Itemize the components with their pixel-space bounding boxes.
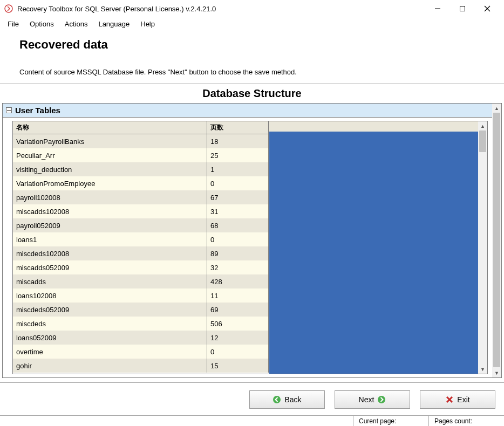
menu-bar: File Options Actions Language Help — [0, 17, 504, 30]
cell-pages: 428 — [207, 274, 269, 288]
svg-rect-2 — [460, 6, 465, 11]
cell-name: loans052009 — [13, 331, 207, 345]
cell-pages: 18 — [207, 134, 269, 148]
maximize-icon — [459, 5, 466, 12]
cell-pages: 0 — [207, 345, 269, 359]
cell-name: overtime — [13, 345, 207, 359]
col-header-pages[interactable]: 页数 — [207, 121, 269, 134]
cell-name: miscdeds — [13, 317, 207, 331]
collapse-icon[interactable] — [6, 107, 12, 113]
table-wrap: 名称 页数 VariationPayrollBanks18Peculiar_Ar… — [12, 121, 488, 374]
back-label: Back — [284, 395, 301, 404]
cell-pages: 67 — [207, 190, 269, 204]
cell-name: gohir — [13, 359, 207, 373]
panel-body: User Tables 名称 页数 VariationPayrollBanks1… — [3, 104, 492, 377]
x-icon — [445, 395, 454, 404]
cell-pages: 11 — [207, 288, 269, 303]
section-header-user-tables[interactable]: User Tables — [3, 104, 492, 118]
menu-file[interactable]: File — [2, 19, 24, 29]
cell-pages: 506 — [207, 317, 269, 331]
arrow-left-icon — [273, 395, 281, 404]
svg-point-0 — [5, 5, 12, 12]
cell-name: payroll102008 — [13, 190, 207, 204]
cell-name: loans102008 — [13, 288, 207, 303]
page-description: Content of source MSSQL Database file. P… — [19, 68, 485, 76]
scroll-down-icon[interactable]: ▼ — [478, 365, 487, 374]
cell-name: miscadds102008 — [13, 204, 207, 218]
next-label: Next — [359, 395, 374, 404]
cell-pages: 12 — [207, 331, 269, 345]
cell-name: miscadds — [13, 274, 207, 288]
next-button[interactable]: Next — [335, 390, 410, 409]
cell-name: miscadds052009 — [13, 260, 207, 274]
cell-name: VariationPromoEmployee — [13, 176, 207, 190]
close-icon — [484, 5, 491, 12]
close-button[interactable] — [475, 0, 500, 17]
cell-pages: 32 — [207, 260, 269, 274]
svg-point-7 — [378, 396, 385, 403]
status-current-page: Curent page: — [353, 416, 428, 426]
exit-button[interactable]: Exit — [420, 390, 495, 409]
cell-pages: 0 — [207, 176, 269, 190]
status-pages-count: Pages count: — [428, 416, 504, 426]
scroll-track[interactable] — [478, 130, 487, 365]
minimize-icon — [434, 5, 441, 12]
cell-name: VariationPayrollBanks — [13, 134, 207, 148]
status-bar: Curent page: Pages count: — [0, 415, 504, 426]
scroll-down-icon[interactable]: ▼ — [492, 368, 501, 377]
exit-label: Exit — [457, 395, 469, 404]
menu-language[interactable]: Language — [93, 19, 135, 29]
window-controls — [425, 0, 500, 17]
cell-name: miscdeds102008 — [13, 246, 207, 260]
scroll-thumb[interactable] — [493, 113, 500, 367]
menu-options[interactable]: Options — [24, 19, 59, 29]
title-bar: Recovery Toolbox for SQL Server (Persona… — [0, 0, 504, 17]
cell-name: loans1 — [13, 232, 207, 246]
app-icon — [4, 4, 13, 13]
scroll-thumb[interactable] — [479, 130, 486, 152]
heading-area: Recovered data Content of source MSSQL D… — [0, 30, 504, 84]
maximize-button[interactable] — [450, 0, 475, 17]
cell-pages: 1 — [207, 162, 269, 176]
cell-pages: 69 — [207, 303, 269, 317]
table-container: 名称 页数 VariationPayrollBanks18Peculiar_Ar… — [12, 121, 488, 374]
cell-pages: 31 — [207, 204, 269, 218]
scroll-up-icon[interactable]: ▲ — [492, 104, 501, 113]
scroll-track[interactable] — [492, 113, 501, 368]
window-title: Recovery Toolbox for SQL Server (Persona… — [17, 5, 425, 13]
cell-pages: 68 — [207, 218, 269, 232]
cell-pages: 89 — [207, 246, 269, 260]
database-structure-panel: User Tables 名称 页数 VariationPayrollBanks1… — [2, 103, 502, 378]
arrow-right-icon — [377, 395, 386, 404]
page-title: Recovered data — [19, 38, 485, 52]
back-button[interactable]: Back — [249, 390, 325, 409]
section-label: User Tables — [15, 106, 60, 115]
outer-scrollbar[interactable]: ▲ ▼ — [492, 104, 501, 377]
cell-name: Peculiar_Arr — [13, 148, 207, 162]
selection-area — [269, 132, 478, 374]
minimize-button[interactable] — [425, 0, 450, 17]
menu-actions[interactable]: Actions — [59, 19, 93, 29]
cell-name: payroll052009 — [13, 218, 207, 232]
col-header-name[interactable]: 名称 — [13, 121, 207, 134]
cell-name: miscdeds052009 — [13, 303, 207, 317]
cell-name: visiting_deduction — [13, 162, 207, 176]
svg-point-6 — [273, 396, 281, 403]
menu-help[interactable]: Help — [135, 19, 160, 29]
scroll-up-icon[interactable]: ▲ — [478, 121, 487, 130]
structure-title: Database Structure — [0, 84, 504, 103]
inner-scrollbar[interactable]: ▲ ▼ — [478, 121, 487, 374]
cell-pages: 0 — [207, 232, 269, 246]
button-bar: Back Next Exit — [0, 383, 504, 415]
cell-pages: 15 — [207, 359, 269, 373]
cell-pages: 25 — [207, 148, 269, 162]
content-area: Recovered data Content of source MSSQL D… — [0, 30, 504, 415]
